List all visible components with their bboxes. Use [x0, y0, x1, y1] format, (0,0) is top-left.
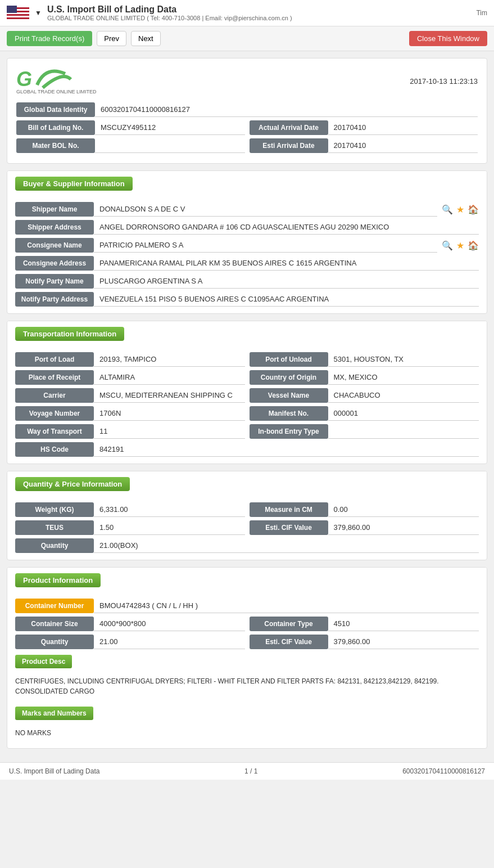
shipper-search-icon[interactable]: 🔍 — [442, 204, 453, 215]
way-of-transport-value: 11 — [94, 424, 245, 439]
port-of-unload-label: Port of Unload — [250, 352, 328, 367]
flag-icon — [7, 6, 29, 20]
container-size-field: Container Size 4000*900*800 — [15, 617, 245, 631]
place-of-receipt-field: Place of Receipt ALTAMIRA — [15, 370, 245, 385]
notify-party-name-label: Notify Party Name — [15, 274, 94, 289]
teus-field: TEUS 1.50 — [15, 520, 245, 535]
quantity-row: Quantity 21.00(BOX) — [15, 538, 479, 553]
container-type-label: Container Type — [250, 617, 328, 631]
consignee-star-icon[interactable]: ★ — [456, 240, 464, 251]
buyer-supplier-title: Buyer & Supplier Information — [15, 177, 133, 191]
carrier-field: Carrier MSCU, MEDITERRANEAN SHIPPING C — [15, 388, 245, 403]
shipper-home-icon[interactable]: 🏠 — [468, 204, 479, 215]
container-number-value: BMOU4742843 ( CN / L / HH ) — [94, 599, 479, 613]
logo-area: G GLOBAL TRADE ONLINE LIMITED — [16, 68, 97, 95]
way-of-transport-label: Way of Transport — [15, 424, 94, 439]
esti-arrival-label: Esti Arrival Date — [250, 138, 328, 153]
weight-value: 6,331.00 — [94, 502, 245, 517]
consignee-search-icon[interactable]: 🔍 — [442, 240, 453, 251]
footer-id: 6003201704110000816127 — [402, 767, 485, 775]
shipper-name-value: DONALDSON S A DE C V — [94, 202, 437, 217]
logo-g-letter: G — [16, 68, 32, 91]
product-body: Container Number BMOU4742843 ( CN / L / … — [7, 593, 487, 748]
manifest-no-field: Manifest No. 000001 — [250, 406, 479, 421]
transportation-title: Transportation Information — [15, 327, 124, 341]
shipper-icons: 🔍 ★ 🏠 — [442, 202, 479, 217]
shipper-address-value: ANGEL DORRONSORO GANDARA # 106 CD AGUASC… — [94, 220, 479, 235]
consignee-address-row: Consignee Address PANAMERICANA RAMAL PIL… — [15, 256, 479, 271]
shipper-address-row: Shipper Address ANGEL DORRONSORO GANDARA… — [15, 220, 479, 235]
notify-party-address-row: Notify Party Address VENEZUELA 151 PISO … — [15, 292, 479, 307]
consignee-home-icon[interactable]: 🏠 — [468, 240, 479, 251]
buyer-supplier-title-area: Buyer & Supplier Information — [7, 171, 487, 196]
mater-bol-label: Mater BOL No. — [16, 138, 95, 153]
notify-party-address-value: VENEZUELA 151 PISO 5 BUENOS AIRES C C109… — [94, 292, 479, 307]
mater-bol-value — [95, 138, 245, 153]
actual-arrival-field: Actual Arrival Date 20170410 — [250, 120, 478, 135]
prev-button[interactable]: Prev — [97, 31, 126, 46]
receipt-origin-row: Place of Receipt ALTAMIRA Country of Ori… — [15, 370, 479, 385]
transportation-body: Port of Load 20193, TAMPICO Port of Unlo… — [7, 347, 487, 464]
vessel-name-label: Vessel Name — [250, 388, 328, 403]
port-of-load-value: 20193, TAMPICO — [94, 352, 245, 367]
measure-value: 0.00 — [328, 502, 479, 517]
place-of-receipt-value: ALTAMIRA — [94, 370, 245, 385]
product-section: Product Information Container Number BMO… — [7, 567, 487, 749]
buyer-supplier-section: Buyer & Supplier Information Shipper Nam… — [7, 170, 487, 314]
transportation-title-area: Transportation Information — [7, 321, 487, 347]
port-of-load-label: Port of Load — [15, 352, 94, 367]
footer-page: 1 / 1 — [244, 767, 257, 775]
footer-bar: U.S. Import Bill of Lading Data 1 / 1 60… — [0, 762, 494, 780]
print-button[interactable]: Print Trade Record(s) — [7, 31, 92, 46]
product-quantity-value: 21.00 — [94, 635, 245, 649]
quantity-price-section: Quantity & Price Information Weight (KG)… — [7, 471, 487, 560]
notify-party-name-value: PLUSCARGO ARGENTINA S A — [94, 274, 479, 289]
inbond-entry-value — [328, 424, 479, 439]
close-button[interactable]: Close This Window — [409, 31, 487, 46]
global-data-identity-row: Global Data Identity 6003201704110000816… — [16, 102, 478, 117]
carrier-value: MSCU, MEDITERRANEAN SHIPPING C — [94, 388, 245, 403]
container-type-value: 4510 — [328, 617, 479, 631]
quantity-price-body: Weight (KG) 6,331.00 Measure in CM 0.00 … — [7, 497, 487, 560]
voyage-number-field: Voyage Number 1706N — [15, 406, 245, 421]
quantity-price-title-area: Quantity & Price Information — [7, 471, 487, 497]
flag-dropdown[interactable]: ▼ — [35, 9, 42, 17]
vessel-name-value: CHACABUCO — [328, 388, 479, 403]
teus-label: TEUS — [15, 520, 94, 535]
page-title: U.S. Import Bill of Lading Data — [47, 5, 292, 15]
global-data-identity-label: Global Data Identity — [16, 102, 95, 117]
consignee-name-label: Consignee Name — [15, 238, 94, 253]
container-number-row: Container Number BMOU4742843 ( CN / L / … — [15, 599, 479, 613]
product-title: Product Information — [15, 573, 101, 587]
quantity-label: Quantity — [15, 538, 94, 553]
manifest-no-label: Manifest No. — [250, 406, 328, 421]
inbond-entry-label: In-bond Entry Type — [250, 424, 328, 439]
product-title-area: Product Information — [7, 568, 487, 593]
port-of-unload-value: 5301, HOUSTON, TX — [328, 352, 479, 367]
container-size-label: Container Size — [15, 617, 94, 631]
logo-company-name: GLOBAL TRADE ONLINE LIMITED — [16, 89, 97, 95]
esti-arrival-field: Esti Arrival Date 20170410 — [250, 138, 478, 153]
country-of-origin-field: Country of Origin MX, MEXICO — [250, 370, 479, 385]
container-number-label: Container Number — [15, 599, 94, 613]
shipper-star-icon[interactable]: ★ — [456, 204, 464, 215]
container-size-value: 4000*900*800 — [94, 617, 245, 631]
measure-label: Measure in CM — [250, 502, 328, 517]
hs-code-label: HS Code — [15, 442, 94, 457]
bill-of-lading-label: Bill of Lading No. — [16, 120, 95, 135]
marks-numbers-label: Marks and Numbers — [15, 707, 93, 720]
next-button[interactable]: Next — [131, 31, 161, 46]
mater-esti-row: Mater BOL No. Esti Arrival Date 20170410 — [16, 138, 478, 153]
mater-bol-field: Mater BOL No. — [16, 138, 245, 153]
record-header-card: G GLOBAL TRADE ONLINE LIMITED 2017-10-13… — [7, 58, 487, 164]
weight-label: Weight (KG) — [15, 502, 94, 517]
quantity-price-title: Quantity & Price Information — [15, 477, 130, 491]
product-esti-cif-label: Esti. CIF Value — [250, 635, 328, 649]
port-of-unload-field: Port of Unload 5301, HOUSTON, TX — [250, 352, 479, 367]
voyage-number-value: 1706N — [94, 406, 245, 421]
toolbar: Print Trade Record(s) Prev Next Close Th… — [0, 26, 494, 51]
carrier-vessel-row: Carrier MSCU, MEDITERRANEAN SHIPPING C V… — [15, 388, 479, 403]
record-header: G GLOBAL TRADE ONLINE LIMITED 2017-10-13… — [16, 68, 478, 95]
product-qty-cif-row: Quantity 21.00 Esti. CIF Value 379,860.0… — [15, 635, 479, 649]
container-type-field: Container Type 4510 — [250, 617, 479, 631]
